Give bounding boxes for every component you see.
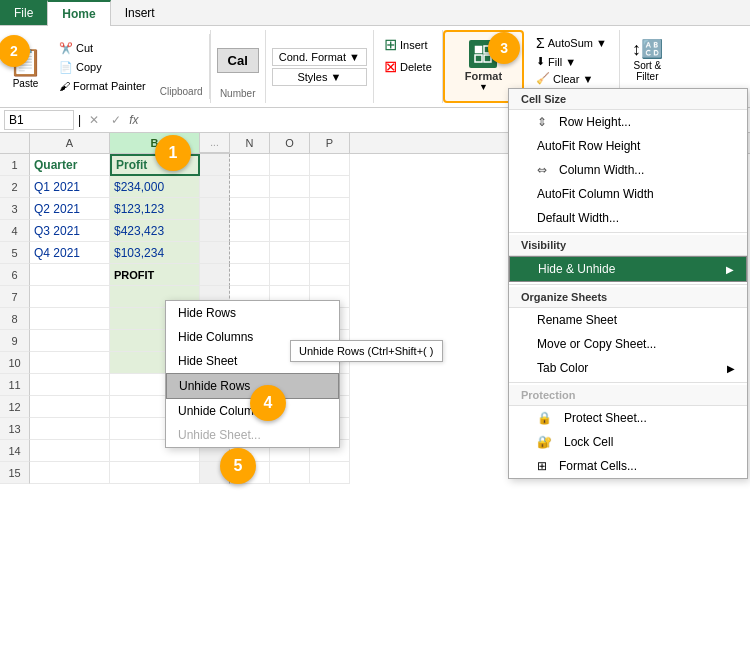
row-num-5: 5 bbox=[0, 242, 30, 264]
cell-a1[interactable]: Quarter bbox=[30, 154, 110, 176]
ribbon: File Home Insert 2 📋 Paste ✂️ Cut 📄 bbox=[0, 0, 750, 108]
cell-reference-box[interactable] bbox=[4, 110, 74, 130]
cell-n1[interactable] bbox=[230, 154, 270, 176]
clipboard-right: ✂️ Cut 📄 Copy 🖌 Format Painter bbox=[51, 34, 154, 99]
cell-p6[interactable] bbox=[310, 264, 350, 286]
cell-b2[interactable]: $234,000 bbox=[110, 176, 200, 198]
cell-p3[interactable] bbox=[310, 198, 350, 220]
fill-button[interactable]: ⬇ Fill ▼ bbox=[532, 54, 611, 69]
cell-n5[interactable] bbox=[230, 242, 270, 264]
spreadsheet-area: 1 A B ... N O P 1 Quarter Profit 2 Q1 20… bbox=[0, 133, 750, 484]
col-gap-header: ... bbox=[200, 133, 230, 153]
number-label: Number bbox=[220, 86, 256, 99]
row-num-2: 2 bbox=[0, 176, 30, 198]
cal-button[interactable]: Cal bbox=[217, 48, 259, 73]
cell-n4[interactable] bbox=[230, 220, 270, 242]
cell-b3[interactable]: $123,123 bbox=[110, 198, 200, 220]
cell-b4[interactable]: $423,423 bbox=[110, 220, 200, 242]
cell-a4[interactable]: Q3 2021 bbox=[30, 220, 110, 242]
cell-b5[interactable]: $103,234 bbox=[110, 242, 200, 264]
delete-icon: ⊠ bbox=[384, 57, 397, 76]
formula-bar: | ✕ ✓ fx bbox=[0, 108, 750, 133]
cell-n3[interactable] bbox=[230, 198, 270, 220]
row-num-3: 3 bbox=[0, 198, 30, 220]
cell-o2[interactable] bbox=[270, 176, 310, 198]
cell-a5[interactable]: Q4 2021 bbox=[30, 242, 110, 264]
cell-o1[interactable] bbox=[270, 154, 310, 176]
number-items: Cal bbox=[217, 34, 259, 86]
cell-a2[interactable]: Q1 2021 bbox=[30, 176, 110, 198]
delete-button[interactable]: ⊠ Delete bbox=[380, 56, 436, 77]
row-num-6: 6 bbox=[0, 264, 30, 286]
cell-a6[interactable] bbox=[30, 264, 110, 286]
tab-home[interactable]: Home bbox=[47, 0, 110, 26]
paste-label: Paste bbox=[13, 78, 39, 89]
svg-rect-2 bbox=[475, 55, 482, 62]
cell-b1[interactable]: Profit bbox=[110, 154, 200, 176]
cell-p2[interactable] bbox=[310, 176, 350, 198]
format-painter-button[interactable]: 🖌 Format Painter bbox=[55, 78, 150, 94]
autosum-button[interactable]: Σ AutoSum ▼ bbox=[532, 34, 611, 52]
format-group: 3 Format ▼ bbox=[443, 30, 524, 103]
clear-button[interactable]: 🧹 Clear ▼ bbox=[532, 71, 611, 86]
cell-n2[interactable] bbox=[230, 176, 270, 198]
cell-o6[interactable] bbox=[270, 264, 310, 286]
tab-file[interactable]: File bbox=[0, 0, 47, 25]
copy-icon: 📄 bbox=[59, 61, 73, 74]
row-num-7: 7 bbox=[0, 286, 30, 308]
scissors-icon: ✂️ bbox=[59, 42, 73, 55]
cell-styles-button[interactable]: Styles ▼ bbox=[272, 68, 367, 86]
paste-button[interactable]: 2 📋 Paste bbox=[0, 34, 51, 99]
cell-gap-4 bbox=[200, 220, 230, 242]
table-row: 9 bbox=[0, 330, 750, 352]
tab-insert[interactable]: Insert bbox=[111, 0, 169, 25]
row-num-header bbox=[0, 133, 30, 153]
svg-rect-3 bbox=[484, 55, 491, 62]
cell-o3[interactable] bbox=[270, 198, 310, 220]
cell-b6[interactable]: PROFIT bbox=[110, 264, 200, 286]
sort-filter-button[interactable]: ↕🔠 Sort & Filter bbox=[626, 34, 669, 86]
col-header-b[interactable]: B bbox=[110, 133, 200, 153]
format-icon bbox=[469, 40, 497, 68]
cell-a7[interactable] bbox=[30, 286, 110, 308]
cell-b7[interactable] bbox=[110, 286, 200, 308]
row-num-10: 10 bbox=[0, 352, 30, 374]
cell-p1[interactable] bbox=[310, 154, 350, 176]
cut-button[interactable]: ✂️ Cut bbox=[55, 40, 150, 57]
cell-o4[interactable] bbox=[270, 220, 310, 242]
sort-icon: ↕🔠 bbox=[632, 38, 663, 60]
copy-button[interactable]: 📄 Copy bbox=[55, 59, 150, 76]
table-row: 14 bbox=[0, 440, 750, 462]
col-header-p[interactable]: P bbox=[310, 133, 350, 153]
spreadsheet-rows: 1 Quarter Profit 2 Q1 2021 $234,000 3 Q2… bbox=[0, 154, 750, 484]
cell-n6[interactable] bbox=[230, 264, 270, 286]
table-row: 8 bbox=[0, 308, 750, 330]
insert-icon: ⊞ bbox=[384, 35, 397, 54]
cell-a3[interactable]: Q2 2021 bbox=[30, 198, 110, 220]
cell-gap-3 bbox=[200, 198, 230, 220]
row-num-8: 8 bbox=[0, 308, 30, 330]
col-header-n[interactable]: N bbox=[230, 133, 270, 153]
clipboard-label: Clipboard bbox=[160, 86, 203, 97]
format-button[interactable]: 3 Format ▼ bbox=[453, 36, 514, 96]
autosum-group: Σ AutoSum ▼ ⬇ Fill ▼ 🧹 Clear ▼ Editing bbox=[524, 30, 620, 103]
table-row: 13 bbox=[0, 418, 750, 440]
table-row: 10 bbox=[0, 352, 750, 374]
insert-button[interactable]: ⊞ Insert bbox=[380, 34, 436, 55]
cell-p4[interactable] bbox=[310, 220, 350, 242]
row-num-4: 4 bbox=[0, 220, 30, 242]
column-headers: A B ... N O P bbox=[0, 133, 750, 154]
cell-p5[interactable] bbox=[310, 242, 350, 264]
styles-items: Cond. Format ▼ Styles ▼ bbox=[272, 34, 367, 99]
row-num-1: 1 bbox=[0, 154, 30, 176]
col-header-a[interactable]: A bbox=[30, 133, 110, 153]
number-group: Cal Number bbox=[211, 30, 266, 103]
cell-o5[interactable] bbox=[270, 242, 310, 264]
svg-rect-0 bbox=[475, 46, 482, 53]
row-num-11: 11 bbox=[0, 374, 30, 396]
function-bar-divider: | bbox=[78, 113, 81, 127]
table-row: 5 Q4 2021 $103,234 bbox=[0, 242, 750, 264]
insert-delete-buttons: ⊞ Insert ⊠ Delete bbox=[380, 34, 436, 77]
col-header-o[interactable]: O bbox=[270, 133, 310, 153]
conditional-formatting-button[interactable]: Cond. Format ▼ bbox=[272, 48, 367, 66]
